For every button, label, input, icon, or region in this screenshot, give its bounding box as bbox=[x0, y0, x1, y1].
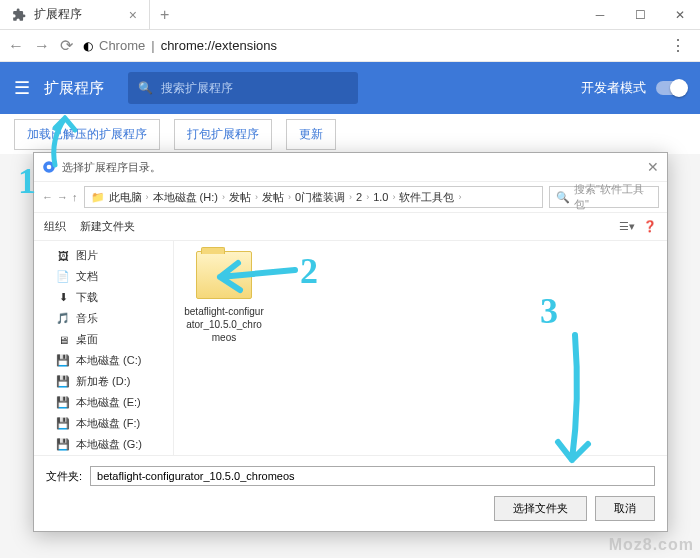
minimize-button[interactable]: ─ bbox=[580, 0, 620, 29]
dialog-title: 选择扩展程序目录。 bbox=[62, 160, 161, 175]
dialog-toolbar: 组织 新建文件夹 ☰▾❓ bbox=[34, 213, 667, 241]
close-window-button[interactable]: ✕ bbox=[660, 0, 700, 29]
url-prefix: Chrome bbox=[99, 38, 145, 53]
dialog-close-button[interactable]: ✕ bbox=[647, 159, 659, 175]
filename-input[interactable] bbox=[90, 466, 655, 486]
new-folder-button[interactable]: 新建文件夹 bbox=[80, 219, 135, 234]
dialog-search[interactable]: 🔍搜索"软件工具包" bbox=[549, 186, 659, 208]
filename-label: 文件夹: bbox=[46, 469, 82, 484]
search-icon: 🔍 bbox=[556, 191, 570, 204]
tree-item[interactable]: 💾本地磁盘 (G:) bbox=[34, 434, 173, 455]
help-icon[interactable]: ❓ bbox=[643, 220, 657, 233]
dialog-nav-row: ←→↑ 📁此电脑›本地磁盘 (H:)›发帖›发帖›0门槛装调›2›1.0›软件工… bbox=[34, 181, 667, 213]
new-tab-button[interactable]: + bbox=[150, 0, 179, 29]
action-row: 加载已解压的扩展程序 打包扩展程序 更新 bbox=[0, 114, 700, 154]
search-icon: 🔍 bbox=[138, 81, 153, 95]
page-title: 扩展程序 bbox=[44, 79, 104, 98]
file-list[interactable]: betaflight-configurator_10.5.0_chromeos bbox=[174, 241, 667, 455]
browser-menu-icon[interactable]: ⋮ bbox=[664, 36, 692, 55]
tree-item[interactable]: 🖥桌面 bbox=[34, 329, 173, 350]
window-controls: ─ ☐ ✕ bbox=[580, 0, 700, 29]
search-box[interactable]: 🔍 bbox=[128, 72, 358, 104]
dialog-nav-arrows[interactable]: ←→↑ bbox=[42, 191, 78, 203]
tree-item[interactable]: 🎵音乐 bbox=[34, 308, 173, 329]
browser-titlebar: 扩展程序 × + ─ ☐ ✕ bbox=[0, 0, 700, 30]
folder-item[interactable]: betaflight-configurator_10.5.0_chromeos bbox=[184, 251, 264, 344]
folder-tree[interactable]: 🖼图片📄文档⬇下载🎵音乐🖥桌面💾本地磁盘 (C:)💾新加卷 (D:)💾本地磁盘 … bbox=[34, 241, 174, 455]
cancel-button[interactable]: 取消 bbox=[595, 496, 655, 521]
lock-icon: ◐ bbox=[83, 39, 93, 53]
browser-tab[interactable]: 扩展程序 × bbox=[0, 0, 150, 29]
back-button[interactable]: ← bbox=[8, 37, 24, 55]
pack-extension-button[interactable]: 打包扩展程序 bbox=[174, 119, 272, 150]
maximize-button[interactable]: ☐ bbox=[620, 0, 660, 29]
breadcrumb-path[interactable]: 📁此电脑›本地磁盘 (H:)›发帖›发帖›0门槛装调›2›1.0›软件工具包› bbox=[84, 186, 544, 208]
search-input[interactable] bbox=[161, 81, 348, 95]
url-text: chrome://extensions bbox=[161, 38, 277, 53]
url-field[interactable]: ◐ Chrome | chrome://extensions bbox=[83, 38, 654, 53]
address-bar: ← → ⟳ ◐ Chrome | chrome://extensions ⋮ bbox=[0, 30, 700, 62]
tree-item[interactable]: 💾本地磁盘 (E:) bbox=[34, 392, 173, 413]
tree-item[interactable]: 🖼图片 bbox=[34, 245, 173, 266]
reload-button[interactable]: ⟳ bbox=[60, 36, 73, 55]
folder-picker-dialog: 选择扩展程序目录。 ✕ ←→↑ 📁此电脑›本地磁盘 (H:)›发帖›发帖›0门槛… bbox=[33, 152, 668, 532]
forward-button[interactable]: → bbox=[34, 37, 50, 55]
folder-label: betaflight-configurator_10.5.0_chromeos bbox=[184, 305, 264, 344]
tab-title: 扩展程序 bbox=[34, 6, 121, 23]
select-folder-button[interactable]: 选择文件夹 bbox=[494, 496, 587, 521]
load-unpacked-button[interactable]: 加载已解压的扩展程序 bbox=[14, 119, 160, 150]
svg-point-1 bbox=[47, 165, 52, 170]
close-icon[interactable]: × bbox=[129, 7, 137, 23]
dialog-footer: 文件夹: 选择文件夹 取消 bbox=[34, 455, 667, 531]
dialog-body: 🖼图片📄文档⬇下载🎵音乐🖥桌面💾本地磁盘 (C:)💾新加卷 (D:)💾本地磁盘 … bbox=[34, 241, 667, 455]
tree-item[interactable]: 💾新加卷 (D:) bbox=[34, 371, 173, 392]
tree-item[interactable]: 📄文档 bbox=[34, 266, 173, 287]
tree-item[interactable]: 💾本地磁盘 (C:) bbox=[34, 350, 173, 371]
extensions-toolbar: ☰ 扩展程序 🔍 开发者模式 bbox=[0, 62, 700, 114]
hamburger-icon[interactable]: ☰ bbox=[14, 77, 30, 99]
view-icon[interactable]: ☰▾ bbox=[619, 220, 635, 233]
update-button[interactable]: 更新 bbox=[286, 119, 336, 150]
tree-item[interactable]: ⬇下载 bbox=[34, 287, 173, 308]
tree-item[interactable]: 💾本地磁盘 (F:) bbox=[34, 413, 173, 434]
puzzle-icon bbox=[12, 8, 26, 22]
dev-mode-label: 开发者模式 bbox=[581, 79, 646, 97]
watermark: Moz8.com bbox=[609, 536, 694, 554]
folder-icon bbox=[196, 251, 252, 299]
chrome-icon bbox=[42, 160, 56, 174]
dialog-titlebar: 选择扩展程序目录。 ✕ bbox=[34, 153, 667, 181]
organize-button[interactable]: 组织 bbox=[44, 219, 66, 234]
dev-mode-toggle[interactable] bbox=[656, 81, 686, 95]
